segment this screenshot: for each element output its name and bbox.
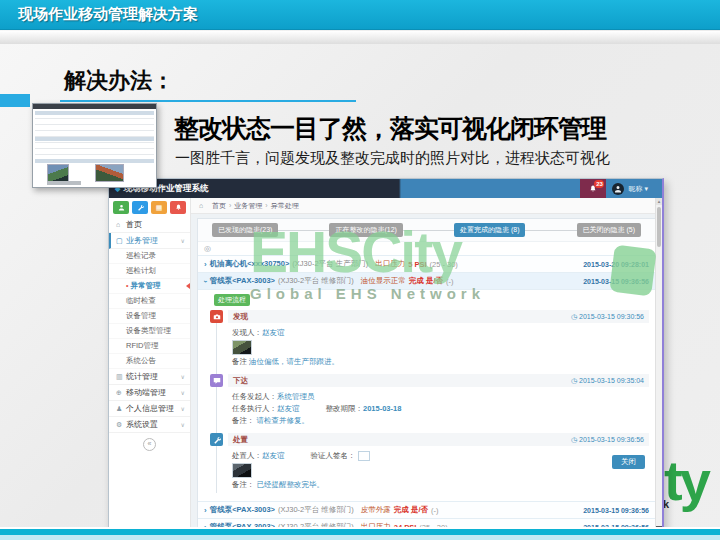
- sidebar-item-business[interactable]: ▢ 业务管理 ∨: [109, 233, 190, 249]
- sidebar-item-profile[interactable]: ♟ 个人信息管理 ∨: [109, 401, 190, 417]
- executor-link[interactable]: 赵友谊: [277, 404, 300, 413]
- chevron-down-icon: ∨: [181, 373, 185, 380]
- chevron-down-icon: ∨: [181, 421, 185, 428]
- issue-photo[interactable]: [232, 340, 252, 355]
- quick-buttons: ▦: [109, 198, 190, 217]
- section-heading: 解决办法：: [64, 66, 174, 96]
- device-link[interactable]: 管线泵<PAX-3003>: [210, 505, 275, 515]
- header-gradient-strip: [0, 31, 720, 44]
- scrollbar-thumb[interactable]: [657, 207, 661, 247]
- issue-row[interactable]: › 机油离心机<xxx30750> (XJ30-2平台 生产部门) 出口压力 5…: [198, 255, 655, 272]
- user-menu[interactable]: 昵称 ▾: [628, 184, 648, 194]
- sidebar-subitem-rfid[interactable]: RFID管理: [109, 339, 190, 354]
- home-icon: ⌂: [199, 202, 209, 209]
- step-rectifying[interactable]: 正在整改的隐患(12): [329, 223, 402, 237]
- caret-icon[interactable]: ›: [204, 260, 207, 269]
- sidebar-item-home[interactable]: ⌂ 首页: [109, 217, 190, 233]
- thumbnail-caption-bar: [47, 181, 81, 185]
- device-link[interactable]: 管线泵<PAX-3003>: [210, 276, 275, 286]
- step-found[interactable]: 已发现的隐患(23): [212, 223, 278, 237]
- presentation-slide: 现场作业移动管理解决方案 解决办法： 整改状态一目了然，落实可视化闭环管理 一图…: [0, 0, 720, 540]
- collapse-icon: «: [148, 440, 152, 447]
- sidebar-subitem-announcements[interactable]: 系统公告: [109, 354, 190, 369]
- content-panel: 已发现的隐患(23) 正在整改的隐患(12) 处置完成的隐患 (8) 已关闭的隐…: [197, 218, 656, 534]
- sidebar-submenu: 巡检记录 巡检计划 •异常管理 临时检查 设备管理 设备类型管理 RFID管理 …: [109, 249, 190, 369]
- sidebar-subitem-temp-inspection[interactable]: 临时检查: [109, 294, 190, 309]
- step-closed[interactable]: 已关闭的隐患 (5): [577, 223, 642, 237]
- thumbnail-photo: [47, 164, 69, 182]
- scrollbar[interactable]: ▴ ▾: [655, 198, 662, 533]
- timeline-line: [216, 316, 217, 493]
- timeline-section-assign: 下达 ◷ 2015-03-15 09:35:04 任务发起人：系统管理员 任务执…: [228, 374, 649, 429]
- slide-title: 现场作业移动管理解决方案: [18, 5, 198, 24]
- sidebar-item-label: 统计管理: [126, 371, 158, 382]
- sidebar-item-label: 移动端管理: [126, 387, 166, 398]
- quick-user-button[interactable]: [113, 201, 129, 214]
- issue-date: 2015-03-15 09:36:56: [583, 507, 649, 514]
- clock-icon: ◷: [571, 313, 577, 321]
- sidebar-subitem-inspection-plans[interactable]: 巡检计划: [109, 264, 190, 279]
- sidebar-item-settings[interactable]: ⚙ 系统设置 ∨: [109, 417, 190, 433]
- issue-row-expanded[interactable]: › 管线泵<PAX-3003> (XJ30-2平台 维修部门) 油位显示正常 完…: [198, 272, 655, 289]
- sidebar-subitem-exception-management[interactable]: •异常管理: [109, 279, 190, 294]
- notifications-button[interactable]: 23: [580, 179, 606, 198]
- refresh-icon[interactable]: ◎: [204, 244, 211, 253]
- globe-icon: ⊕: [116, 389, 126, 397]
- issue-row[interactable]: › 管线泵<PAX-3003> (XJ30-2平台 维修部门) 皮带外露 完成 …: [198, 501, 655, 518]
- sidebar-collapse-button[interactable]: «: [143, 438, 156, 451]
- section-title: 下达: [233, 376, 248, 386]
- report-thumbnail-image: [32, 103, 157, 188]
- content-title: 整改状态一目了然，落实可视化闭环管理: [174, 112, 720, 145]
- sidebar-item-label: 首页: [126, 219, 142, 230]
- quick-bell-button[interactable]: [170, 201, 186, 214]
- section-time: ◷ 2015-03-15 09:35:04: [571, 377, 644, 385]
- app-screenshot: ◆ 现场移动作业管理系统 23 昵称 ▾: [108, 178, 664, 534]
- quick-calendar-button[interactable]: ▦: [151, 201, 167, 214]
- issue-value: 5 PSI: [408, 260, 426, 269]
- signature-box[interactable]: [358, 451, 370, 461]
- sidebar-item-statistics[interactable]: ▥ 统计管理 ∨: [109, 369, 190, 385]
- bell-icon: [175, 204, 182, 211]
- timeline-section-handle: 处置 ◷ 2015-03-15 09:36:56 处置人：赵友谊验证人签名： 备…: [228, 433, 649, 493]
- device-link[interactable]: 机油离心机<xxx30750>: [210, 259, 290, 269]
- process-detail: 处理流程 发现 ◷ 2015-03-15 09:30:56: [198, 289, 655, 501]
- scroll-up-icon[interactable]: ▴: [656, 198, 662, 205]
- sidebar-subitem-inspection-records[interactable]: 巡检记录: [109, 249, 190, 264]
- sidebar-item-label: 个人信息管理: [126, 403, 174, 414]
- sidebar-subitem-equipment[interactable]: 设备管理: [109, 309, 190, 324]
- breadcrumb-home[interactable]: 首页: [212, 201, 226, 211]
- issue-range: (-): [446, 277, 454, 286]
- breadcrumb-separator: ›: [265, 202, 267, 209]
- wrench-icon: [137, 204, 144, 211]
- home-icon: ⌂: [116, 221, 126, 228]
- rectified-photo[interactable]: [232, 463, 252, 478]
- issue-date: 2015-03-15 09:36:56: [583, 278, 649, 285]
- thumbnail-section-bar: [35, 111, 154, 115]
- breadcrumb-business[interactable]: 业务管理: [234, 201, 262, 211]
- comment-icon: [210, 374, 223, 387]
- slide-header: 现场作业移动管理解决方案: [0, 0, 720, 30]
- issue-range: (25 - 30): [430, 260, 458, 269]
- close-button[interactable]: 关闭: [612, 455, 645, 469]
- section-time: ◷ 2015-03-15 09:36:56: [571, 436, 644, 444]
- sidebar-subitem-equipment-types[interactable]: 设备类型管理: [109, 324, 190, 339]
- quick-wrench-button[interactable]: [132, 201, 148, 214]
- user-icon: ♟: [116, 405, 126, 413]
- status-steps: 已发现的隐患(23) 正在整改的隐患(12) 处置完成的隐患 (8) 已关闭的隐…: [198, 219, 655, 242]
- step-handled[interactable]: 处置完成的隐患 (8): [454, 223, 526, 237]
- caret-icon[interactable]: ›: [201, 280, 210, 283]
- thumbnail-section-bar: [35, 159, 154, 163]
- clock-icon: ◷: [571, 436, 577, 444]
- chevron-down-icon: ∨: [181, 405, 185, 412]
- chevron-down-icon: ∨: [181, 237, 185, 244]
- corner-watermark: ty: [664, 453, 708, 509]
- handler-link[interactable]: 赵友谊: [262, 451, 285, 460]
- caret-icon[interactable]: ›: [204, 506, 207, 515]
- finder-link[interactable]: 赵友谊: [262, 328, 285, 337]
- sidebar-item-mobile[interactable]: ⊕ 移动端管理 ∨: [109, 385, 190, 401]
- issue-date: 2015-03-20 09:28:01: [583, 261, 649, 268]
- wrench-icon: [210, 433, 223, 446]
- org-label: (XJ30-2平台 维修部门): [278, 276, 354, 286]
- user-avatar[interactable]: [612, 183, 624, 195]
- initiator-link[interactable]: 系统管理员: [277, 392, 315, 401]
